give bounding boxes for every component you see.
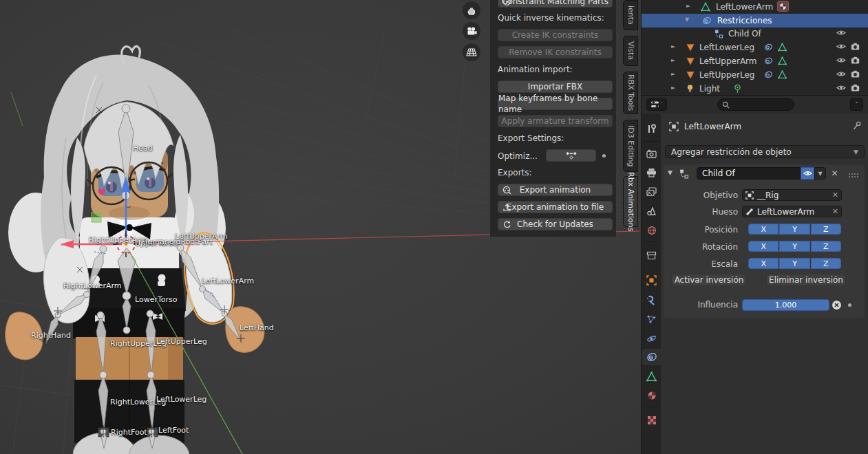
tab-render[interactable]: [642, 145, 661, 162]
outliner-row-leftlowerleg[interactable]: ► LeftLowerLeg: [642, 41, 868, 54]
outliner-item-label[interactable]: Restricciones: [717, 16, 772, 25]
constraint-delete-button[interactable]: ✕: [829, 167, 840, 180]
tab-physics[interactable]: [642, 330, 661, 347]
outliner-item-label[interactable]: Light: [699, 84, 720, 94]
clear-target-icon[interactable]: ✕: [832, 191, 838, 199]
position-x-toggle[interactable]: X: [748, 224, 779, 235]
export-animation-file-button[interactable]: Export animation to file: [498, 201, 613, 213]
outliner-item-label[interactable]: LeftUpperLeg: [699, 70, 754, 80]
outliner-item-label[interactable]: LeftLowerArm: [716, 2, 773, 12]
influence-slider[interactable]: 1.000: [742, 299, 829, 311]
constraint-name-field[interactable]: Child Of: [697, 167, 801, 180]
properties-search[interactable]: [717, 98, 794, 111]
animate-dot[interactable]: [602, 154, 606, 158]
bone-field[interactable]: LeftLowerArm ✕: [742, 206, 842, 217]
export-animation-button[interactable]: Export animation: [498, 184, 613, 196]
search-input[interactable]: [730, 100, 789, 110]
tab-scene[interactable]: [642, 203, 661, 219]
tab-object[interactable]: [642, 272, 661, 288]
outliner-row-light[interactable]: ► Light: [642, 82, 868, 96]
clear-inverse-button[interactable]: Eliminar inversión: [766, 274, 846, 286]
visibility-eye-icon[interactable]: [836, 29, 846, 39]
grid-view-gizmo[interactable]: [463, 43, 480, 61]
render-camera-icon[interactable]: [851, 56, 860, 66]
tab-output[interactable]: [642, 164, 661, 181]
grid-icon: [466, 47, 477, 57]
rotation-y-toggle[interactable]: Y: [779, 241, 809, 252]
tab-material[interactable]: [642, 387, 661, 404]
clear-bone-icon[interactable]: ✕: [832, 207, 838, 216]
tab-rbx-animations[interactable]: Rbx Animations: [623, 176, 638, 227]
expand-arrow-icon[interactable]: ►: [686, 3, 690, 9]
visibility-eye-icon[interactable]: [836, 70, 846, 80]
outliner-row-leftupperarm[interactable]: ► LeftUpperArm: [642, 54, 868, 68]
tab-collection[interactable]: [642, 247, 661, 263]
expand-arrow-icon[interactable]: ►: [671, 57, 675, 63]
position-z-toggle[interactable]: Z: [811, 224, 841, 235]
tab-world[interactable]: [642, 222, 661, 239]
constraint-extras-dropdown[interactable]: ▼: [814, 167, 826, 180]
collapse-arrow-icon[interactable]: ▼: [685, 17, 689, 23]
check-updates-button[interactable]: Check for Updates: [498, 218, 613, 230]
target-object-field[interactable]: __Rig ✕: [742, 189, 842, 201]
tab-constraints[interactable]: [642, 349, 661, 365]
tab-object-data[interactable]: [642, 368, 661, 385]
expand-arrow-icon[interactable]: ►: [671, 85, 675, 91]
editor-type-button[interactable]: ˅: [646, 98, 667, 111]
outliner-row-leftupperleg[interactable]: ► LeftUpperLeg: [642, 68, 868, 82]
camera-view-gizmo[interactable]: [463, 22, 480, 40]
drag-grip-icon[interactable]: [848, 171, 859, 180]
render-camera-icon[interactable]: [851, 70, 860, 80]
influence-reset-button[interactable]: [831, 299, 843, 311]
tab-particles[interactable]: [642, 311, 661, 327]
tab-herramienta[interactable]: ienta: [623, 0, 638, 30]
rotation-z-toggle[interactable]: Z: [811, 241, 841, 252]
expand-arrow-icon[interactable]: ►: [671, 43, 675, 50]
outliner-row-restricciones[interactable]: ▼ Restricciones: [642, 14, 868, 28]
tab-texture[interactable]: [642, 412, 661, 429]
outliner-row-leftlowerarm-mesh[interactable]: ► LeftLowerArm: [642, 0, 868, 14]
add-constraint-dropdown[interactable]: Agregar restricción de objeto ▼: [665, 145, 865, 158]
header-options-button[interactable]: ˅: [850, 98, 863, 111]
position-y-toggle[interactable]: Y: [779, 224, 809, 235]
scale-y-toggle[interactable]: Y: [779, 258, 809, 269]
visibility-eye-icon[interactable]: [836, 84, 846, 94]
rotation-x-toggle[interactable]: X: [748, 241, 779, 252]
apply-armature-button[interactable]: Apply armature transform: [498, 115, 613, 127]
tab-view-layer[interactable]: [642, 184, 661, 200]
tab-id3-editing[interactable]: ID3 Editing: [623, 120, 638, 172]
remove-ik-button[interactable]: Remove IK constraints: [498, 46, 613, 58]
animate-dot[interactable]: [848, 303, 851, 307]
tab-tool[interactable]: [642, 120, 661, 137]
outliner-item-label[interactable]: Child Of: [728, 29, 761, 39]
visibility-eye-icon[interactable]: [836, 56, 846, 66]
scale-z-toggle[interactable]: Z: [811, 258, 841, 269]
map-keyframes-button[interactable]: Map keyframes by bone name: [498, 98, 613, 110]
constraint-enable-toggle[interactable]: [801, 167, 814, 180]
scale-x-toggle[interactable]: X: [748, 258, 779, 269]
tab-rbx-tools[interactable]: RBX Tools: [623, 72, 638, 114]
constraint-matching-parts-button[interactable]: Constraint Matching Parts: [498, 0, 613, 8]
expand-arrow-icon[interactable]: ►: [671, 71, 675, 77]
tab-vista[interactable]: Vista: [623, 36, 638, 66]
pin-icon[interactable]: [852, 121, 862, 133]
set-inverse-button[interactable]: Activar inversión: [671, 274, 747, 286]
material-icon[interactable]: [777, 1, 789, 12]
tab-modifiers[interactable]: [642, 292, 661, 308]
optimize-keyframes-toggle[interactable]: [546, 149, 596, 162]
mesh-data-icon: [701, 2, 710, 12]
panel-collapse-icon[interactable]: ▼: [668, 169, 673, 176]
outliner-row-childof[interactable]: Child Of: [642, 27, 868, 41]
mesh-data-icon: [646, 371, 657, 382]
character-model[interactable]: [6, 46, 264, 454]
pan-hand-gizmo[interactable]: [463, 1, 480, 19]
light-object-gizmo[interactable]: [92, 213, 101, 222]
render-camera-icon[interactable]: [851, 43, 860, 52]
visibility-eye-icon[interactable]: [836, 43, 846, 52]
render-camera-icon[interactable]: [851, 84, 860, 94]
create-ik-button[interactable]: Create IK constraints: [498, 29, 613, 41]
mesh-data-icon: [778, 70, 787, 80]
import-fbx-button[interactable]: Importar FBX: [498, 80, 613, 93]
outliner-item-label[interactable]: LeftLowerLeg: [699, 43, 754, 52]
outliner-item-label[interactable]: LeftUpperArm: [699, 56, 757, 66]
